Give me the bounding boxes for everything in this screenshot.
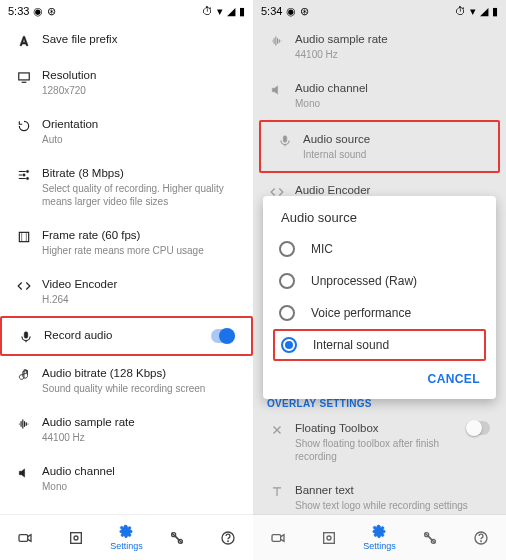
nav-help[interactable] bbox=[455, 515, 506, 560]
radio-icon bbox=[279, 241, 295, 257]
svg-rect-10 bbox=[19, 534, 28, 541]
row-audio-bitrate[interactable]: Audio bitrate (128 Kbps)Sound quality wh… bbox=[0, 356, 253, 405]
whatsapp-icon: ◉ bbox=[286, 5, 296, 18]
nav-edit[interactable] bbox=[152, 515, 203, 560]
title: Audio sample rate bbox=[295, 32, 490, 47]
nav-help[interactable] bbox=[202, 515, 253, 560]
cancel-button[interactable]: CANCEL bbox=[428, 372, 480, 386]
wifi-icon: ▾ bbox=[470, 5, 476, 18]
subtitle: H.264 bbox=[42, 293, 237, 306]
whatsapp-icon: ◉ bbox=[33, 5, 43, 18]
nav-record[interactable] bbox=[0, 515, 51, 560]
nav-label: Settings bbox=[363, 541, 396, 551]
alarm-icon: ⏱ bbox=[202, 5, 213, 17]
row-video-encoder[interactable]: Video EncoderH.264 bbox=[0, 267, 253, 316]
signal-icon: ◢ bbox=[480, 5, 488, 18]
bottom-nav: Settings bbox=[253, 514, 506, 560]
radio-icon bbox=[281, 337, 297, 353]
music-note-icon bbox=[10, 366, 38, 382]
svg-point-19 bbox=[227, 541, 228, 542]
record-audio-toggle[interactable] bbox=[211, 329, 235, 343]
option-voice[interactable]: Voice performance bbox=[263, 297, 496, 329]
title: Audio channel bbox=[295, 81, 490, 96]
row-audio-source[interactable]: Audio sourceInternal sound bbox=[259, 120, 500, 173]
waveform-icon bbox=[263, 32, 291, 48]
subtitle: Show text logo while recording settings bbox=[295, 499, 490, 512]
settings-list: Save file prefix Resolution1280x720 Orie… bbox=[0, 22, 253, 514]
subtitle: Show floating toolbox after finish recor… bbox=[295, 437, 458, 463]
close-icon bbox=[263, 421, 291, 437]
row-framerate[interactable]: Frame rate (60 fps)Higher rate means mor… bbox=[0, 218, 253, 267]
svg-point-25 bbox=[327, 536, 331, 540]
subtitle: 1280x720 bbox=[42, 84, 237, 97]
row-save-prefix[interactable]: Save file prefix bbox=[0, 22, 253, 58]
alarm-icon: ⏱ bbox=[455, 5, 466, 17]
status-bar: 5:34 ◉ ⊛ ⏱ ▾ ◢ ▮ bbox=[253, 0, 506, 22]
text-icon bbox=[263, 483, 291, 499]
row-sample-rate[interactable]: Audio sample rate44100 Hz bbox=[0, 405, 253, 454]
svg-point-2 bbox=[26, 170, 28, 172]
title: Audio channel bbox=[42, 464, 237, 479]
waveform-icon bbox=[10, 415, 38, 431]
svg-point-32 bbox=[480, 541, 481, 542]
subtitle: Higher rate means more CPU usage bbox=[42, 244, 237, 257]
title: Floating Toolbox bbox=[295, 421, 458, 436]
bottom-nav: Settings bbox=[0, 514, 253, 560]
status-time: 5:34 bbox=[261, 5, 282, 17]
battery-icon: ▮ bbox=[492, 5, 498, 18]
svg-rect-24 bbox=[324, 532, 335, 543]
code-icon bbox=[10, 277, 38, 293]
svg-point-3 bbox=[23, 174, 25, 176]
title: Save file prefix bbox=[42, 32, 237, 47]
option-unprocessed[interactable]: Unprocessed (Raw) bbox=[263, 265, 496, 297]
row-floating-toolbox[interactable]: Floating ToolboxShow floating toolbox af… bbox=[253, 411, 506, 473]
title: Frame rate (60 fps) bbox=[42, 228, 237, 243]
row-channel[interactable]: Audio channelMono bbox=[253, 71, 506, 120]
option-label: Unprocessed (Raw) bbox=[311, 274, 417, 288]
monitor-icon bbox=[10, 68, 38, 84]
row-bitrate[interactable]: Bitrate (8 Mbps)Select quality of record… bbox=[0, 156, 253, 218]
title: Audio source bbox=[303, 132, 482, 147]
option-label: Voice performance bbox=[311, 306, 411, 320]
wifi-icon: ▾ bbox=[217, 5, 223, 18]
option-internal[interactable]: Internal sound bbox=[273, 329, 486, 361]
title: Record audio bbox=[44, 328, 203, 343]
mic-icon bbox=[12, 328, 40, 344]
nav-capture[interactable] bbox=[51, 515, 102, 560]
row-sample-rate[interactable]: Audio sample rate44100 Hz bbox=[253, 22, 506, 71]
row-record-audio[interactable]: Record audio bbox=[0, 316, 253, 356]
dialog-title: Audio source bbox=[263, 210, 496, 233]
title: Audio bitrate (128 Kbps) bbox=[42, 366, 237, 381]
subtitle: Sound quality while recording screen bbox=[42, 382, 237, 395]
nav-edit[interactable] bbox=[405, 515, 456, 560]
rotate-icon bbox=[10, 117, 38, 133]
option-label: MIC bbox=[311, 242, 333, 256]
svg-rect-23 bbox=[272, 534, 281, 541]
film-icon bbox=[10, 228, 38, 244]
row-orientation[interactable]: OrientationAuto bbox=[0, 107, 253, 156]
nav-capture[interactable] bbox=[304, 515, 355, 560]
nav-settings[interactable]: Settings bbox=[354, 515, 405, 560]
option-mic[interactable]: MIC bbox=[263, 233, 496, 265]
status-bar: 5:33 ◉ ⊛ ⏱ ▾ ◢ ▮ bbox=[0, 0, 253, 22]
row-resolution[interactable]: Resolution1280x720 bbox=[0, 58, 253, 107]
nav-settings[interactable]: Settings bbox=[101, 515, 152, 560]
radio-icon bbox=[279, 273, 295, 289]
title: Orientation bbox=[42, 117, 237, 132]
row-channel[interactable]: Audio channelMono bbox=[0, 454, 253, 503]
option-label: Internal sound bbox=[313, 338, 389, 352]
svg-rect-11 bbox=[71, 532, 82, 543]
title: Audio sample rate bbox=[42, 415, 237, 430]
svg-rect-0 bbox=[19, 73, 30, 80]
toolbox-toggle[interactable] bbox=[466, 421, 490, 435]
subtitle: Internal sound bbox=[303, 148, 482, 161]
font-icon bbox=[10, 32, 38, 48]
audio-source-dialog: Audio source MIC Unprocessed (Raw) Voice… bbox=[263, 196, 496, 399]
nav-record[interactable] bbox=[253, 515, 304, 560]
svg-rect-20 bbox=[283, 136, 287, 142]
svg-rect-5 bbox=[19, 232, 28, 241]
svg-rect-8 bbox=[24, 331, 28, 337]
title: Video Encoder bbox=[42, 277, 237, 292]
signal-icon: ◢ bbox=[227, 5, 235, 18]
tune-icon bbox=[10, 166, 38, 182]
